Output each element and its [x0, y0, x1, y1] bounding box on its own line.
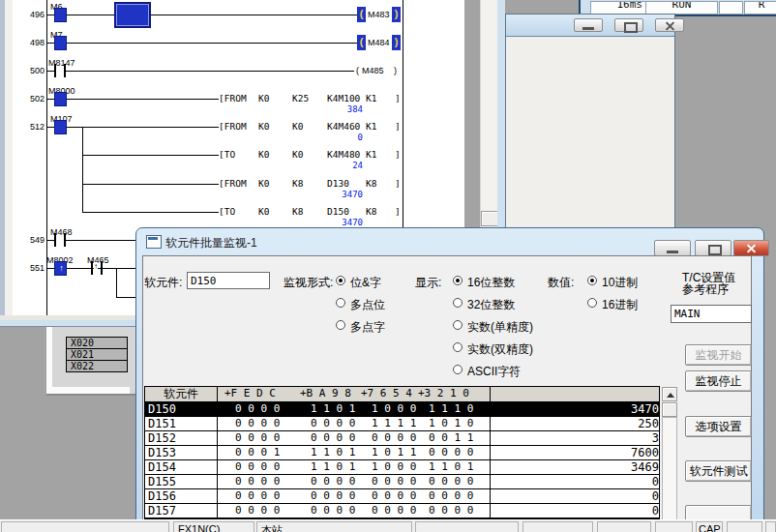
device-cell: D155 [145, 475, 218, 488]
instr-p1: K0 [258, 178, 269, 189]
device-input[interactable]: D150 [187, 272, 270, 289]
instruction-row[interactable]: [FROM K0 K0 K4M460 K1 ] [219, 121, 403, 133]
radio-int16[interactable]: 16位整数 [453, 275, 559, 288]
device-cell: D154 [145, 460, 218, 474]
col-header-value [491, 387, 659, 401]
close-button[interactable] [733, 240, 769, 256]
radio-icon [453, 342, 463, 352]
contact-open-icon [54, 233, 56, 247]
device-label: 软元件: [144, 275, 182, 291]
ladder-scrollbar-thumb[interactable] [481, 211, 498, 226]
monitor-value: 384 [301, 104, 363, 114]
instr-p2: K8 [292, 178, 303, 189]
coil-label: M485 [362, 66, 384, 75]
table-row[interactable]: D155 0 0 0 0 0 0 0 0 0 0 0 0 0 0 0 0 0 [145, 475, 659, 489]
instruction-row[interactable]: [FROM K0 K25 K4M100 K1 ] [219, 93, 403, 104]
coil-close: ) [394, 66, 397, 75]
maximize-button[interactable] [614, 18, 643, 32]
scrollbar-track[interactable] [662, 417, 677, 520]
bits-cell: 0 0 0 0 1 1 0 1 1 0 0 0 1 1 0 1 [218, 460, 491, 474]
monitor-start-button[interactable]: 监视开始 [685, 344, 752, 366]
status-cell [597, 521, 651, 532]
monitor-format-label: 监视形式: [284, 275, 333, 291]
instr-op: [FROM [219, 178, 247, 189]
radio-icon [453, 298, 463, 308]
monitor-value: 3470 [301, 218, 363, 227]
table-row[interactable]: D152 0 0 0 0 0 0 0 0 0 0 0 0 0 0 1 1 3 [145, 431, 659, 446]
radio-real-single[interactable]: 实数(单精度) [453, 319, 559, 333]
ladder-cursor[interactable] [114, 2, 151, 28]
bits-cell: 0 0 0 0 0 0 0 0 1 1 1 1 1 0 1 0 [218, 417, 491, 430]
maximize-button[interactable] [695, 240, 731, 256]
instr-op: [FROM [219, 121, 247, 132]
minimize-icon [667, 251, 678, 253]
radio-multi-word[interactable]: 多点字 [336, 319, 413, 333]
instr-p1: K0 [258, 121, 269, 132]
close-button[interactable] [655, 18, 684, 32]
up-arrow-icon [667, 393, 674, 398]
instr-p3: K4M100 [327, 93, 360, 103]
rung-line [66, 71, 354, 72]
bits-cell: 0 0 0 0 0 0 0 0 0 0 0 0 0 0 0 0 [218, 475, 491, 488]
instr-p3: K4M460 [327, 121, 360, 132]
scrollbar-thumb[interactable] [662, 402, 677, 417]
step-number: 498 [17, 38, 45, 47]
scroll-up-button[interactable] [662, 387, 677, 401]
step-number: 512 [17, 122, 45, 132]
contact-open-icon [101, 261, 103, 275]
table-row[interactable]: D151 0 0 0 0 0 0 0 0 1 1 1 1 1 0 1 0 250 [145, 417, 659, 431]
station-cell: 本站 [256, 521, 412, 532]
device-monitor-table: 软元件 +F E D C +B A 9 8 +7 6 5 4 +3 2 1 0 … [144, 386, 660, 519]
instr-p4: K1 [366, 121, 376, 132]
contact-energized-icon[interactable] [54, 92, 67, 106]
instruction-row[interactable]: [FROM K0 K8 D130 K8 ] [219, 178, 403, 190]
contact-pulse-icon[interactable]: ↑ [54, 261, 67, 276]
status-cell [765, 521, 776, 532]
device-test-button[interactable]: 软元件测试 [685, 460, 752, 482]
table-row[interactable]: D153 0 0 0 1 1 1 0 1 1 0 1 1 0 0 0 0 760… [145, 446, 659, 460]
table-row[interactable]: D157 0 0 0 0 0 0 0 0 0 0 0 0 0 0 0 0 0 [145, 504, 659, 518]
radio-multi-bit[interactable]: 多点位 [336, 297, 413, 310]
contact-open-icon [91, 261, 93, 275]
table-row[interactable]: D156 0 0 0 0 0 0 0 0 0 0 0 0 0 0 0 0 0 [145, 489, 659, 504]
radio-decimal[interactable]: 10进制 [587, 275, 665, 288]
instr-end: ] [395, 206, 401, 217]
radio-bit-word[interactable]: 位&字 [336, 275, 413, 288]
device-cell[interactable]: X022 [66, 360, 128, 372]
rung-line [46, 71, 54, 72]
contact-energized-icon[interactable] [54, 8, 67, 22]
radio-icon [453, 320, 463, 330]
minimize-button[interactable] [654, 240, 691, 256]
radio-int32[interactable]: 32位整数 [453, 297, 559, 310]
bits-cell: 0 0 0 0 0 0 0 0 0 0 0 0 0 0 0 0 [218, 504, 491, 517]
minimize-icon [582, 27, 594, 30]
table-header-row: 软元件 +F E D C +B A 9 8 +7 6 5 4 +3 2 1 0 [145, 387, 659, 402]
ladder-left-margin [5, 0, 13, 315]
contact-energized-icon[interactable] [54, 120, 67, 134]
monitor-stop-button[interactable]: 监视停止 [685, 370, 752, 392]
monitor-value: 3470 [301, 190, 363, 199]
instr-end: ] [395, 178, 401, 189]
table-row[interactable]: D154 0 0 0 0 1 1 0 1 1 0 0 0 1 1 0 1 346… [145, 460, 659, 475]
option-settings-button[interactable]: 选项设置 [685, 416, 752, 437]
radio-ascii[interactable]: ASCII字符 [453, 364, 559, 377]
branch-line [116, 268, 117, 297]
radio-real-double[interactable]: 实数(双精度) [453, 341, 559, 355]
minimize-button[interactable] [574, 18, 603, 32]
rung-line [46, 240, 54, 241]
radio-hex[interactable]: 16进制 [587, 297, 665, 310]
contact-energized-icon[interactable] [54, 36, 67, 50]
table-row-selected[interactable]: D150 0 0 0 0 1 1 0 1 1 0 0 0 1 1 1 0 347… [145, 402, 659, 417]
program-input[interactable]: MAIN [671, 305, 752, 323]
window-edge [46, 387, 130, 394]
contact-open-icon [64, 233, 66, 247]
maximize-icon [708, 245, 722, 255]
step-number: 502 [17, 94, 45, 103]
dialog-icon [146, 235, 162, 249]
instruction-row[interactable]: [TO K0 K8 D150 K8 ] [219, 206, 403, 218]
rung-line [82, 155, 219, 156]
instruction-row[interactable]: [TO K0 K0 K4M480 K1 ] [219, 149, 403, 161]
dialog-title: 软元件批量监视-1 [165, 235, 257, 251]
coil-open-energized: ( [357, 7, 366, 22]
instr-op: [TO [219, 149, 235, 160]
